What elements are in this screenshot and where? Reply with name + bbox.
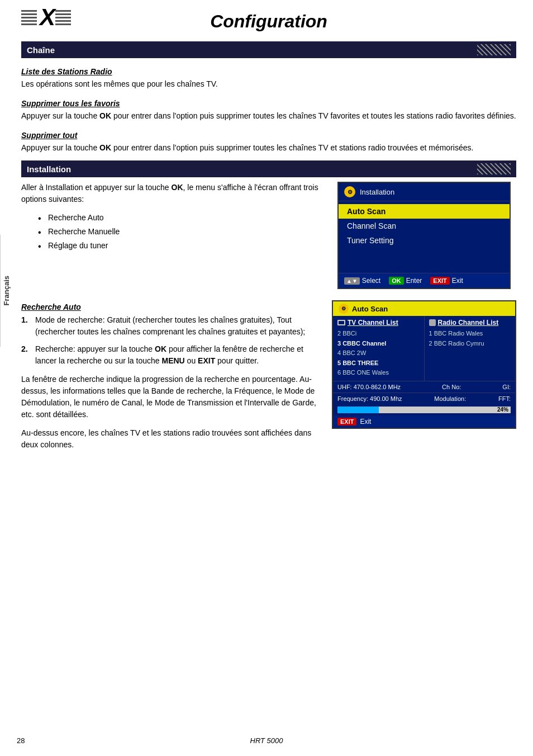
step-2-num: 2.	[21, 343, 30, 367]
nav-icon: ▲▼	[344, 277, 360, 285]
progress-label: 24%	[497, 407, 508, 413]
auto-scan-body: TV Channel List 2 BBCi 3 CBBC Channel 4 …	[333, 316, 515, 381]
auto-scan-title-text: Auto Scan	[352, 305, 388, 313]
auto-scan-title-bar: ⚙ Auto Scan	[333, 301, 515, 316]
installation-intro: Aller à Installation et appuyer sur la t…	[21, 182, 326, 205]
mod-value: FFT:	[498, 395, 511, 402]
auto-scan-info-row: UHF: 470.0-862.0 MHz Ch No: GI:	[333, 381, 515, 393]
subsection-body-liste: Les opérations sont les mêmes que pour l…	[21, 78, 516, 90]
tv-menu-item-tunersetting[interactable]: Tuner Setting	[339, 233, 510, 248]
radio-channel-col: Radio Channel List 1 BBC Radio Wales 2 B…	[425, 316, 516, 381]
section-installation-header: Installation	[21, 160, 516, 177]
auto-scan-icon: ⚙	[339, 304, 349, 314]
ok-icon: OK	[389, 277, 404, 285]
bullet-item-manuelle: Recherche Manuelle	[38, 225, 326, 239]
auto-scan-freq-row: Frequency: 490.00 Mhz Modulation: FFT:	[333, 393, 515, 404]
subsection-body-tout: Appuyer sur la touche OK pour entrer dan…	[21, 142, 516, 154]
sidebar-language-label: Français	[0, 235, 12, 347]
auto-scan-footer: EXIT Exit	[333, 415, 515, 428]
progress-bar-container: 24%	[337, 407, 511, 413]
enter-btn: OK Enter	[389, 277, 422, 285]
step-2-text: Recherche: appuyer sur la touche OK pour…	[35, 343, 321, 367]
page-header: X Configuration	[21, 6, 516, 35]
step-1-num: 1.	[21, 314, 30, 338]
mod-label: Modulation:	[434, 395, 466, 402]
bullet-item-auto: Recherche Auto	[38, 211, 326, 225]
tv-col-header: TV Channel List	[337, 319, 420, 327]
radio-col-header: Radio Channel List	[429, 319, 511, 327]
installation-layout: Aller à Installation et appuyer sur la t…	[21, 182, 516, 289]
subsection-liste-radio: Liste des Stations Radio Les opérations …	[21, 67, 516, 90]
select-label: Select	[362, 277, 380, 285]
auto-scan-panel: ⚙ Auto Scan TV Channel List 2 BBCi 3 CBB…	[332, 300, 516, 429]
recherche-auto-section: Recherche Auto 1. Mode de recherche: Gra…	[21, 294, 516, 451]
page-number: 28	[17, 736, 25, 745]
select-btn: ▲▼ Select	[344, 277, 380, 285]
tv-menu-item-autoscan[interactable]: Auto Scan	[339, 204, 510, 219]
hatch-decoration	[477, 44, 511, 55]
tv-menu-screenshot: ⚙ Installation Auto Scan Channel Scan Tu…	[337, 182, 511, 289]
logo-lines-right	[55, 10, 71, 25]
freq-info: Frequency: 490.00 Mhz	[337, 395, 402, 402]
recherche-body-1: La fenêtre de recherche indique la progr…	[21, 374, 321, 420]
step-1: 1. Mode de recherche: Gratuit (recherche…	[21, 314, 321, 338]
tv-menu-title-bar: ⚙ Installation	[339, 183, 510, 201]
logo-lines-left	[21, 10, 37, 25]
bullet-item-reglage: Réglage du tuner	[38, 239, 326, 253]
tv-menu-footer: ▲▼ Select OK Enter EXIT Exit	[339, 273, 510, 288]
subsection-supprimer-tout: Supprimer tout Appuyer sur la touche OK …	[21, 131, 516, 154]
subsection-body-favoris: Appuyer sur la touche OK pour entrer dan…	[21, 110, 516, 122]
section-chaine-header: Chaîne	[21, 41, 516, 58]
auto-scan-exit-btn[interactable]: EXIT	[337, 418, 356, 426]
recherche-auto-title: Recherche Auto	[21, 303, 321, 311]
brand-footer: HRT 5000	[250, 736, 283, 745]
radio-icon	[429, 319, 436, 326]
progress-bar-fill	[337, 407, 379, 413]
page-title: Configuration	[21, 11, 516, 32]
recherche-body-2: Au-dessus encore, les chaînes TV et les …	[21, 427, 321, 451]
tv-menu-title-text: Installation	[360, 188, 394, 196]
ch-label: Ch No:	[442, 384, 461, 390]
subsection-title-liste: Liste des Stations Radio	[21, 67, 516, 76]
exit-label: Exit	[452, 277, 463, 285]
installation-right: ⚙ Installation Auto Scan Channel Scan Tu…	[337, 182, 516, 289]
exit-btn: EXIT Exit	[430, 277, 463, 285]
subsection-supprimer-favoris: Supprimer tous les favoris Appuyer sur l…	[21, 99, 516, 122]
recherche-right: ⚙ Auto Scan TV Channel List 2 BBCi 3 CBB…	[332, 294, 516, 451]
tv-icon	[337, 320, 345, 325]
tv-channel-col: TV Channel List 2 BBCi 3 CBBC Channel 4 …	[333, 316, 425, 381]
tv-menu-item-channelscan[interactable]: Channel Scan	[339, 219, 510, 233]
installation-menu-icon: ⚙	[344, 186, 355, 197]
section-installation-label: Installation	[27, 164, 71, 174]
tv-item-1: 2 BBCi	[337, 329, 420, 339]
tv-menu-items-list: Auto Scan Channel Scan Tuner Setting	[339, 201, 510, 251]
enter-label: Enter	[406, 277, 422, 285]
tv-item-3: 4 BBC 2W	[337, 348, 420, 358]
step-1-text: Mode de recherche: Gratuit (rechercher t…	[35, 314, 321, 338]
installation-bullets: Recherche Auto Recherche Manuelle Réglag…	[21, 211, 326, 253]
radio-item-1: 1 BBC Radio Wales	[429, 329, 511, 339]
step-2: 2. Recherche: appuyer sur la touche OK p…	[21, 343, 321, 367]
tv-item-4: 5 BBC THREE	[337, 358, 420, 368]
section-chaine-label: Chaîne	[27, 45, 55, 55]
tv-item-2: 3 CBBC Channel	[337, 339, 420, 349]
logo: X	[21, 6, 71, 29]
recherche-left: Recherche Auto 1. Mode de recherche: Gra…	[21, 294, 321, 451]
exit-icon: EXIT	[430, 277, 449, 285]
tv-item-5: 6 BBC ONE Wales	[337, 368, 420, 378]
recherche-steps: 1. Mode de recherche: Gratuit (recherche…	[21, 314, 321, 367]
subsection-title-favoris: Supprimer tous les favoris	[21, 99, 516, 108]
gi-label: GI:	[502, 384, 511, 390]
hatch-decoration-install	[477, 163, 511, 174]
installation-left: Aller à Installation et appuyer sur la t…	[21, 182, 326, 289]
uhf-info: UHF: 470.0-862.0 MHz	[337, 384, 401, 390]
auto-scan-exit-label: Exit	[360, 418, 371, 426]
subsection-title-tout: Supprimer tout	[21, 131, 516, 140]
logo-x-icon: X	[40, 6, 55, 29]
radio-item-2: 2 BBC Radio Cymru	[429, 339, 511, 349]
